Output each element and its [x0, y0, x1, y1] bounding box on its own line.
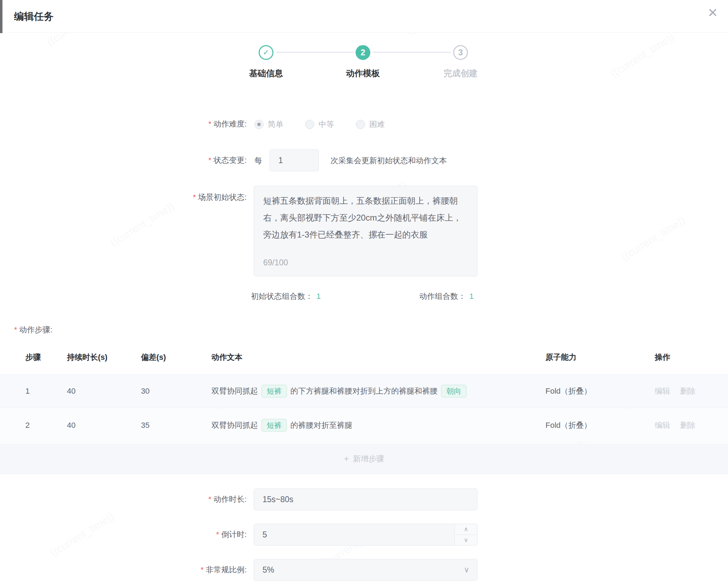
- cell-deviation: 30: [141, 387, 149, 396]
- delete-link[interactable]: 删除: [680, 386, 696, 396]
- unusual-ratio-select[interactable]: 5% ∨: [254, 559, 477, 581]
- col-header-step: 步骤: [25, 352, 41, 363]
- initial-state-text: 短裤五条数据背面朝上，五条数据正面朝上，裤腰朝右，离头部视野下方至少20cm之外…: [263, 196, 462, 239]
- state-change-prefix: 每: [254, 155, 262, 166]
- cell-action-text: 双臂协同抓起短裤的下方裤腿和裤腰对折到上方的裤腿和裤腰朝向: [211, 385, 470, 398]
- action-steps-label: *动作步骤:: [14, 325, 53, 335]
- spinner-up-icon[interactable]: ∧: [455, 524, 477, 535]
- difficulty-radio-group: 简单 中等 困难: [254, 119, 407, 130]
- radio-circle: [356, 120, 365, 129]
- watermark: ((current_time)): [108, 200, 176, 249]
- step-1-label: 基础信息: [249, 68, 283, 79]
- cell-ability: Fold（折叠）: [545, 420, 592, 431]
- plus-icon: +: [344, 454, 349, 464]
- required-asterisk: *: [14, 325, 17, 334]
- radio-label: 困难: [369, 119, 385, 130]
- radio-label: 中等: [319, 119, 334, 130]
- radio-medium[interactable]: 中等: [305, 119, 334, 130]
- col-header-deviation: 偏差(s): [141, 352, 166, 363]
- cell-deviation: 35: [141, 421, 149, 430]
- state-change-input[interactable]: 1: [270, 149, 319, 171]
- cell-ability: Fold（折叠）: [545, 386, 592, 396]
- stepper-connector: [373, 52, 451, 53]
- step-1-circle-done: ✓: [259, 45, 273, 60]
- initial-state-textarea[interactable]: 短裤五条数据背面朝上，五条数据正面朝上，裤腰朝右，离头部视野下方至少20cm之外…: [254, 186, 477, 276]
- object-tag: 短裤: [261, 419, 287, 431]
- cell-step: 2: [25, 421, 30, 430]
- number-spinner: ∧ ∨: [455, 524, 477, 545]
- unusual-ratio-label: *非常规比例:: [116, 565, 247, 575]
- required-asterisk: *: [193, 193, 196, 202]
- cell-duration: 40: [67, 387, 75, 396]
- action-combo-count: 动作组合数：1: [419, 291, 474, 302]
- radio-circle-selected: [254, 120, 264, 129]
- add-step-button[interactable]: + 新增步骤: [0, 443, 728, 474]
- initial-combo-count: 初始状态组合数：1: [251, 291, 321, 302]
- edit-link[interactable]: 编辑: [655, 420, 670, 431]
- cell-operations: 编辑 删除: [655, 386, 696, 396]
- initial-combo-value: 1: [316, 292, 321, 301]
- radio-easy[interactable]: 简单: [254, 119, 283, 130]
- window-edge: [0, 0, 2, 33]
- radio-hard[interactable]: 困难: [356, 119, 385, 130]
- state-change-suffix: 次采集会更新初始状态和动作文本: [331, 155, 447, 166]
- stepper-connector: [276, 52, 354, 53]
- radio-label: 简单: [268, 119, 283, 130]
- required-asterisk: *: [208, 119, 211, 128]
- step-2-circle-active: 2: [356, 45, 370, 60]
- action-combo-value: 1: [469, 292, 474, 301]
- action-duration-label: *动作时长:: [116, 494, 247, 504]
- spinner-down-icon[interactable]: ∨: [455, 535, 477, 546]
- step-3-label: 完成创建: [444, 68, 477, 79]
- step-2-label: 动作模板: [346, 68, 380, 79]
- countdown-label: *倒计时:: [116, 530, 247, 540]
- col-header-ability: 原子能力: [545, 352, 576, 363]
- unusual-ratio-value: 5%: [263, 565, 274, 575]
- delete-link[interactable]: 删除: [680, 420, 696, 431]
- initial-state-label: *场景初始状态:: [116, 192, 247, 202]
- add-step-label: 新增步骤: [353, 454, 384, 464]
- close-icon[interactable]: ×: [708, 4, 717, 20]
- watermark: ((current_time)): [48, 510, 116, 559]
- cell-operations: 编辑 删除: [655, 420, 696, 431]
- orientation-tag: 朝向: [441, 385, 467, 398]
- required-asterisk: *: [208, 495, 211, 504]
- col-header-text: 动作文本: [211, 352, 242, 363]
- required-asterisk: *: [208, 156, 211, 165]
- watermark: ((current_time)): [619, 214, 687, 263]
- required-asterisk: *: [216, 530, 219, 539]
- required-asterisk: *: [200, 565, 204, 574]
- col-header-duration: 持续时长(s): [67, 352, 107, 363]
- state-change-label: *状态变更:: [116, 155, 247, 165]
- edit-task-dialog: ((current_time)) ((current_time)) ((curr…: [0, 0, 728, 585]
- cell-step: 1: [25, 387, 30, 396]
- dialog-header: 编辑任务 ×: [0, 0, 728, 33]
- step-3-circle-pending: 3: [453, 45, 468, 60]
- table-row: 1 40 30 双臂协同抓起短裤的下方裤腿和裤腰对折到上方的裤腿和裤腰朝向 Fo…: [0, 374, 728, 408]
- chevron-down-icon: ∨: [464, 565, 469, 574]
- countdown-input[interactable]: 5 ∧ ∨: [254, 524, 477, 546]
- edit-link[interactable]: 编辑: [655, 386, 670, 396]
- check-icon: ✓: [263, 48, 269, 57]
- radio-circle: [305, 120, 314, 129]
- cell-duration: 40: [67, 421, 75, 430]
- countdown-value: 5: [263, 530, 267, 540]
- action-duration-input[interactable]: 15s~80s: [254, 488, 477, 510]
- difficulty-label: *动作难度:: [116, 119, 247, 129]
- steps-table-header: 步骤 持续时长(s) 偏差(s) 动作文本 原子能力 操作: [0, 347, 728, 368]
- cell-action-text: 双臂协同抓起短裤的裤腰对折至裤腿: [211, 419, 352, 431]
- table-row: 2 40 35 双臂协同抓起短裤的裤腰对折至裤腿 Fold（折叠） 编辑 删除: [0, 408, 728, 442]
- char-counter: 69/100: [263, 254, 288, 271]
- page-title: 编辑任务: [14, 10, 54, 23]
- col-header-operations: 操作: [655, 352, 670, 363]
- watermark: ((current_time)): [609, 31, 677, 80]
- object-tag: 短裤: [261, 385, 287, 398]
